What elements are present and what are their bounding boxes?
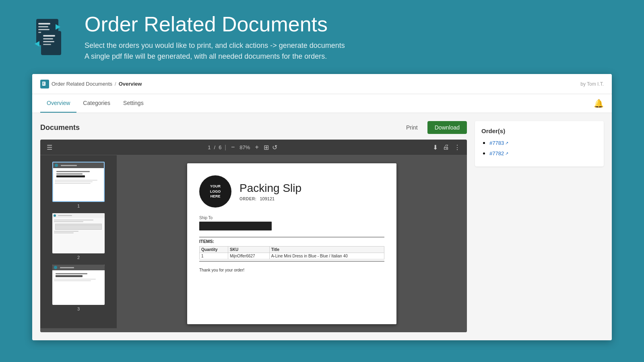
pdf-thumb-num-2: 2 xyxy=(77,255,80,260)
app-window: Order Related Documents / Overview by To… xyxy=(32,74,612,340)
pdf-body: 1 xyxy=(40,155,467,332)
svg-rect-9 xyxy=(43,41,54,42)
orders-sidebar: Order(s) #7783 ↗ #7782 ↗ xyxy=(475,121,604,167)
order-link-7782[interactable]: #7782 ↗ xyxy=(489,150,508,156)
list-item: #7782 ↗ xyxy=(489,150,597,157)
logo-text: YOUR LOGO HERE xyxy=(210,184,221,199)
header-icon xyxy=(24,13,72,61)
page-main-title: Order Related Documents xyxy=(85,12,345,36)
pdf-toolbar-right: ⬇ 🖨 ⋮ xyxy=(433,144,460,151)
items-section: ITEMS: Quantity SKU Title xyxy=(199,237,384,261)
notification-bell-icon[interactable]: 🔔 xyxy=(594,99,604,108)
packing-slip-title-area: Packing Slip ORDER: 109121 xyxy=(239,182,384,201)
packing-slip-title: Packing Slip xyxy=(239,182,384,195)
pdf-thumb-img-3 xyxy=(52,265,105,305)
items-label: ITEMS: xyxy=(199,239,384,244)
pdf-thumbnail-1[interactable]: 1 xyxy=(44,162,113,208)
external-link-icon-2: ↗ xyxy=(505,151,508,156)
breadcrumb-separator: / xyxy=(115,81,116,87)
print-button[interactable]: Print xyxy=(402,122,422,133)
ship-to-address-block xyxy=(199,222,272,230)
col-title: Title xyxy=(269,247,384,253)
pdf-fit-icon[interactable]: ⊞ xyxy=(264,144,269,151)
pdf-toolbar-center: 1 / 6 | − 87% + ⊞ ↺ xyxy=(56,143,429,152)
tab-settings[interactable]: Settings xyxy=(117,94,150,113)
table-row: 1 MijnOffer6627 A-Line Mini Dress in Blu… xyxy=(200,253,384,259)
packing-slip-header: YOUR LOGO HERE Packing Slip ORDER: xyxy=(199,175,384,208)
order-id-7783: #7783 xyxy=(489,140,504,146)
cell-title: A-Line Mini Dress in Blue - Blue / Itali… xyxy=(269,253,384,259)
cell-sku: MijnOffer6627 xyxy=(228,253,270,259)
pdf-thumb-num-3: 3 xyxy=(77,306,80,311)
svg-rect-14 xyxy=(43,83,44,84)
pdf-thumb-num-1: 1 xyxy=(77,204,80,208)
packing-slip-order: ORDER: 109121 xyxy=(239,196,384,201)
items-divider-top xyxy=(199,237,384,237)
download-button[interactable]: Download xyxy=(427,121,467,134)
app-icon xyxy=(40,80,49,88)
tabs-container: Overview Categories Settings xyxy=(40,94,150,113)
nav-tabs: Overview Categories Settings 🔔 xyxy=(32,94,612,113)
svg-rect-7 xyxy=(43,35,55,37)
list-item: #7783 ↗ xyxy=(489,139,597,146)
pdf-print-icon[interactable]: 🖨 xyxy=(443,144,449,151)
pdf-thumb-img-2 xyxy=(52,213,105,253)
attribution: by Tom I.T. xyxy=(580,81,604,87)
documents-actions: Print Download xyxy=(402,121,467,134)
tab-categories[interactable]: Categories xyxy=(76,94,117,113)
pdf-toolbar: ☰ 1 / 6 | − 87% + ⊞ ↺ ⬇ xyxy=(40,140,467,155)
breadcrumb-current: Overview xyxy=(119,81,142,87)
pdf-page-current: 1 xyxy=(208,144,211,150)
thank-you-text: Thank you for your order! xyxy=(199,268,384,272)
documents-title: Documents xyxy=(40,123,80,132)
documents-section: Documents Print Download ☰ 1 / 6 xyxy=(40,121,467,332)
pdf-zoom-in-button[interactable]: + xyxy=(253,143,260,152)
pdf-thumbnails: 1 xyxy=(40,155,117,328)
svg-rect-10 xyxy=(43,44,51,45)
main-content: Documents Print Download ☰ 1 / 6 xyxy=(32,113,612,340)
breadcrumb-app: Order Related Documents xyxy=(52,81,112,87)
pdf-more-icon[interactable]: ⋮ xyxy=(454,144,460,151)
documents-header: Documents Print Download xyxy=(40,121,467,134)
pdf-rotate-icon[interactable]: ↺ xyxy=(272,144,277,151)
pdf-thumbnail-3[interactable]: 3 xyxy=(44,265,113,311)
svg-rect-3 xyxy=(38,29,50,30)
pdf-menu-icon[interactable]: ☰ xyxy=(47,144,52,151)
svg-rect-2 xyxy=(38,26,48,27)
page-subtitle: Select the orders you would like to prin… xyxy=(85,40,345,62)
order-link-7783[interactable]: #7783 ↗ xyxy=(489,140,508,146)
svg-rect-1 xyxy=(38,23,50,25)
company-logo: YOUR LOGO HERE xyxy=(199,175,231,208)
svg-rect-8 xyxy=(43,38,53,39)
pdf-thumb-img-1 xyxy=(52,162,105,202)
order-number: 109121 xyxy=(260,196,275,201)
pdf-download-icon[interactable]: ⬇ xyxy=(433,144,438,151)
order-id-7782: #7782 xyxy=(489,150,504,156)
tab-overview[interactable]: Overview xyxy=(40,94,76,113)
pdf-thumbnail-2[interactable]: 2 xyxy=(44,213,113,260)
ship-to-label: Ship To xyxy=(199,216,384,220)
pdf-zoom-out-button[interactable]: − xyxy=(229,143,236,152)
items-divider-bottom xyxy=(199,261,384,261)
pdf-page-document: YOUR LOGO HERE Packing Slip ORDER: xyxy=(187,163,396,324)
ship-to-section: Ship To xyxy=(199,216,384,230)
orders-list: #7783 ↗ #7782 ↗ xyxy=(481,139,597,157)
orders-sidebar-title: Order(s) xyxy=(481,128,597,134)
app-header: Order Related Documents / Overview by To… xyxy=(32,74,612,94)
svg-rect-15 xyxy=(43,84,45,84)
items-table: Quantity SKU Title 1 MijnOffer66 xyxy=(199,246,384,259)
pdf-main-page: YOUR LOGO HERE Packing Slip ORDER: xyxy=(117,155,467,332)
external-link-icon-1: ↗ xyxy=(505,141,508,145)
pdf-page-separator: / xyxy=(214,144,216,150)
order-label: ORDER: xyxy=(239,197,256,201)
col-sku: SKU xyxy=(228,247,270,253)
svg-rect-13 xyxy=(43,82,45,83)
header-text: Order Related Documents Select the order… xyxy=(85,12,345,62)
pdf-page-total: 6 xyxy=(219,144,221,150)
pdf-viewer: ☰ 1 / 6 | − 87% + ⊞ ↺ ⬇ xyxy=(40,140,467,332)
pdf-zoom-level: 87% xyxy=(239,144,250,150)
table-header-row: Quantity SKU Title xyxy=(200,247,384,253)
pdf-toolbar-left: ☰ xyxy=(47,144,52,151)
header-banner: Order Related Documents Select the order… xyxy=(0,0,644,74)
col-quantity: Quantity xyxy=(200,247,228,253)
